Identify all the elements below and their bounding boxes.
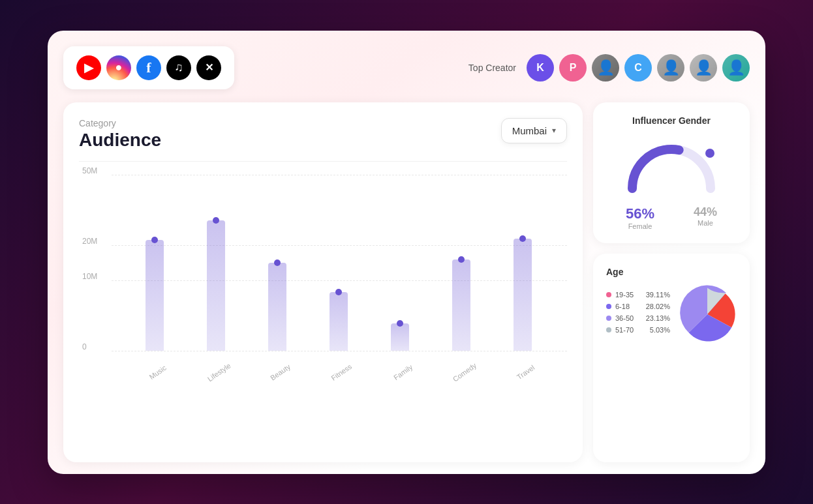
female-label: Female: [626, 222, 654, 230]
bar-wrapper-music: [146, 240, 165, 351]
legend-item-618: 6-18 28.02%: [606, 303, 670, 310]
tiktok-icon[interactable]: ♫: [166, 55, 191, 80]
chart-divider: [79, 161, 567, 162]
avatar-k[interactable]: K: [527, 54, 554, 82]
female-stat: 56% Female: [626, 205, 654, 230]
bar-fill-travel: [514, 239, 532, 351]
bar-label-music: Music: [147, 363, 167, 380]
gauge-stats: 56% Female 44% Male: [606, 205, 737, 230]
bars-container: Music Lifestyle: [112, 175, 567, 351]
bar-fill-lifestyle: [207, 220, 225, 351]
avatar-photo4[interactable]: 👤: [722, 54, 750, 82]
x-icon[interactable]: ✕: [196, 55, 221, 80]
pie-chart: [678, 285, 737, 344]
legend-range-1935: 19-35: [615, 291, 642, 299]
age-panel: Age 19-35 39.11% 6-18 28.02%: [593, 254, 750, 462]
top-creator-label: Top Creator: [468, 63, 516, 73]
legend-value-3650: 23.13%: [646, 314, 670, 322]
bar-wrapper-fitness: [330, 292, 349, 351]
grid-label-20m: 20M: [82, 237, 97, 246]
avatar-p[interactable]: P: [559, 54, 587, 82]
chart-title-group: Category Audience: [79, 118, 161, 151]
gender-panel: Influencer Gender: [593, 102, 750, 243]
chevron-down-icon: ▾: [552, 126, 556, 135]
bar-dot-music: [151, 237, 158, 243]
bar-dot-fitness: [335, 289, 342, 295]
legend-range-618: 6-18: [615, 303, 642, 310]
legend-range-5170: 51-70: [615, 326, 646, 334]
bar-fill-family: [391, 323, 409, 351]
avatar-c[interactable]: C: [624, 54, 652, 82]
svg-point-0: [705, 149, 714, 158]
legend-dot-1935: [606, 292, 611, 297]
youtube-icon[interactable]: ▶: [76, 55, 101, 80]
instagram-icon[interactable]: ●: [106, 55, 131, 80]
bar-fitness: Fitness: [309, 292, 370, 351]
avatar-photo1[interactable]: 👤: [592, 54, 619, 82]
bar-dot-family: [397, 320, 403, 327]
legend-range-3650: 36-50: [615, 314, 642, 322]
bar-dot-travel: [519, 235, 526, 242]
bar-wrapper-travel: [514, 239, 533, 351]
location-dropdown[interactable]: Mumbai ▾: [501, 118, 567, 143]
male-percent: 44%: [694, 205, 717, 219]
legend-dot-3650: [606, 316, 611, 321]
avatar-photo2[interactable]: 👤: [657, 54, 684, 82]
bar-family: Family: [370, 323, 431, 351]
category-label: Category: [79, 118, 161, 128]
age-content: 19-35 39.11% 6-18 28.02% 36-50 23.13%: [606, 285, 737, 344]
bar-comedy: Comedy: [431, 259, 493, 351]
bar-wrapper-comedy: [452, 259, 472, 351]
male-stat: 44% Male: [694, 205, 717, 230]
legend-item-5170: 51-70 5.03%: [606, 326, 670, 334]
legend-value-1935: 39.11%: [646, 291, 670, 299]
grid-label-10m: 10M: [82, 272, 97, 281]
avatar-photo3[interactable]: 👤: [690, 54, 717, 82]
bar-label-comedy: Comedy: [451, 361, 477, 383]
bar-label-beauty: Beauty: [269, 363, 292, 381]
bar-dot-beauty: [274, 259, 281, 266]
bar-fill-comedy: [452, 259, 470, 351]
bar-label-fitness: Fitness: [330, 362, 353, 381]
bar-label-family: Family: [392, 363, 414, 381]
legend-item-3650: 36-50 23.13%: [606, 314, 670, 322]
bar-dot-comedy: [458, 256, 465, 263]
legend-dot-5170: [606, 327, 611, 333]
bar-fill-fitness: [330, 292, 348, 351]
bar-wrapper-family: [391, 323, 410, 351]
female-percent: 56%: [626, 205, 654, 222]
legend-dot-618: [606, 304, 611, 309]
top-bar: ▶ ● f ♫ ✕ Top Creator K P 👤 C 👤 👤 👤: [63, 46, 750, 89]
bar-label-travel: Travel: [515, 363, 536, 381]
bar-travel: Travel: [493, 239, 554, 351]
gender-panel-title: Influencer Gender: [606, 115, 737, 126]
legend-item-1935: 19-35 39.11%: [606, 291, 670, 299]
right-panels: Influencer Gender: [593, 102, 750, 462]
legend-value-618: 28.02%: [646, 303, 670, 310]
bar-label-lifestyle: Lifestyle: [206, 361, 232, 383]
audience-title: Audience: [79, 130, 161, 151]
gauge-svg: [619, 136, 724, 195]
gauge-container: [619, 136, 724, 195]
bar-wrapper-beauty: [268, 263, 288, 351]
social-icons-card: ▶ ● f ♫ ✕: [63, 46, 234, 89]
gender-gauge: 56% Female 44% Male: [606, 136, 737, 230]
bar-music: Music: [125, 240, 186, 351]
top-creator-section: Top Creator K P 👤 C 👤 👤 👤: [468, 54, 750, 82]
age-legend: 19-35 39.11% 6-18 28.02% 36-50 23.13%: [606, 291, 670, 338]
bar-fill-beauty: [268, 263, 286, 351]
bar-beauty: Beauty: [247, 263, 309, 351]
bar-lifestyle: Lifestyle: [186, 220, 247, 351]
facebook-icon[interactable]: f: [136, 55, 161, 80]
pie-svg: [678, 285, 737, 344]
content-area: Category Audience Mumbai ▾ 50M 20M: [63, 102, 750, 462]
main-dashboard-card: ▶ ● f ♫ ✕ Top Creator K P 👤 C 👤 👤 👤: [48, 31, 765, 474]
location-label: Mumbai: [512, 125, 547, 136]
age-panel-title: Age: [606, 267, 737, 277]
grid-label-0: 0: [82, 342, 87, 351]
bar-chart: 50M 20M 10M 0: [79, 175, 567, 383]
grid-label-50m: 50M: [82, 166, 97, 175]
bar-dot-lifestyle: [213, 217, 219, 224]
male-label: Male: [694, 219, 717, 227]
bar-wrapper-lifestyle: [207, 220, 226, 351]
